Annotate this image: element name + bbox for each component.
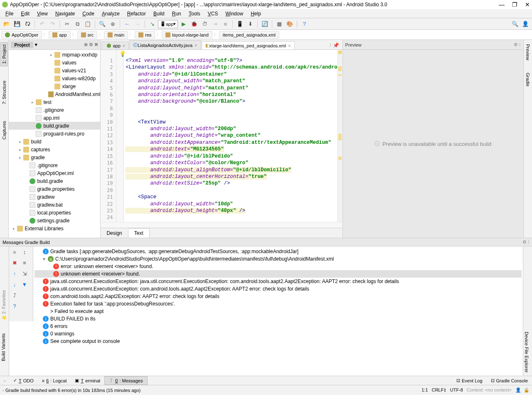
expand-icon[interactable]: ↕ [20,248,29,256]
replace-icon[interactable]: ⊕ [108,20,117,29]
message-line[interactable]: iBUILD FAILED in 8s [34,315,522,323]
menu-tools[interactable]: Tools [185,10,204,17]
lock-icon[interactable]: 🔒 [524,387,530,392]
message-line[interactable]: !Execution failed for task ':app:process… [34,300,522,308]
hector-icon[interactable]: 👤 [515,387,521,392]
help-icon[interactable]: ? [10,302,19,310]
message-line[interactable]: > Failed to execute aapt [34,308,522,315]
crumb-6[interactable]: items_ped_asignados.xml [219,31,279,39]
tab-build-variants[interactable]: Build Variants [0,331,7,363]
tree-item[interactable]: build.gradle [9,177,100,185]
message-line[interactable]: i0 warnings [34,330,522,338]
crumb-4[interactable]: res [135,31,155,39]
open-icon[interactable]: 📂 [2,20,11,29]
tab-captures[interactable]: Captures [1,119,7,142]
tree-item[interactable]: ▸mipmap-xxxhdp [9,51,100,59]
bottom-tab-0-messages[interactable]: ⋮0: Messages [104,376,147,385]
crumb-3[interactable]: main [104,31,128,39]
crumb-2[interactable]: src [77,31,98,39]
bottom-tab-todo[interactable]: ✓TODO [9,376,38,385]
file-encoding[interactable]: UTF-8 [450,387,463,392]
stop-icon[interactable]: ■ [221,20,230,29]
down-icon[interactable]: ↓ [10,280,19,288]
tree-item[interactable]: settings.gradle [9,217,100,224]
menu-view[interactable]: View [34,10,51,17]
sync-icon[interactable]: 🗘 [23,20,32,29]
editor-body[interactable]: 💡 12345678910111213141516171819202122232… [101,50,342,222]
crumb-1[interactable]: app [49,31,70,39]
project-tree[interactable]: ▸mipmap-xxxhdpvaluesvalues-v21values-w82… [9,50,100,238]
make-icon[interactable]: ↘ [148,20,157,29]
intention-bulb-icon[interactable]: 💡 [119,51,126,57]
tab-design[interactable]: Design [101,229,128,238]
message-line[interactable]: !com.android.tools.aapt2.Aapt2Exception:… [34,293,522,300]
message-line[interactable]: !java.util.concurrent.ExecutionException… [34,285,522,293]
tab-structure[interactable]: 7: Structure [1,79,7,106]
message-line[interactable]: i6 errors [34,323,522,330]
profile-icon[interactable]: ⏱ [200,20,209,29]
message-line[interactable]: ▾aC:\Users\programador2\AndroidStudioPro… [34,255,522,263]
tree-item[interactable]: build.gradle [9,122,100,130]
menu-refactor[interactable]: Refactor [124,10,149,17]
editor-tab[interactable]: Ⓒ ListaAsignadosActivity.java× [129,40,201,49]
message-line[interactable]: !java.util.concurrent.ExecutionException… [34,278,522,285]
messages-tree[interactable]: iGradle tasks [:app:generateDebugSources… [33,246,523,376]
menu-window[interactable]: Window [222,10,246,17]
gear-icon[interactable]: ⚙ ⁝ [514,42,521,47]
menu-run[interactable]: Run [169,10,185,17]
maximize-button[interactable]: ❐ [512,1,517,8]
tab-preview[interactable]: Preview [525,42,531,62]
line-separator[interactable]: CRLF [432,387,444,392]
redo-icon[interactable]: ↷ [48,20,57,29]
search-icon[interactable]: 🔍 [510,20,520,29]
menu-analyze[interactable]: Analyze [99,10,123,17]
bottom-tab-6-logcat[interactable]: ≡6: Logcat [38,376,71,385]
tree-item[interactable]: xlarge [9,82,100,90]
bottom-tab-event-log[interactable]: ⊡Event Log [452,377,487,384]
save-icon[interactable]: 💾 [12,20,22,29]
context[interactable]: Context: <no context> [467,387,512,392]
tree-item[interactable]: values-v21 [9,67,100,74]
tab-device-explorer[interactable]: Device File Explorer [523,330,530,375]
run-icon[interactable]: ▶ [179,20,188,29]
debug-icon[interactable]: 🐞 [190,20,199,29]
find-icon[interactable]: 🔍 [98,20,107,29]
undo-icon[interactable]: ↶ [37,20,47,29]
tree-item[interactable]: local.properties [9,209,100,217]
menu-build[interactable]: Build [150,10,168,17]
minimize-button[interactable]: — [499,1,505,8]
tree-item[interactable]: gradlew [9,193,100,201]
close-button[interactable]: ✕ [525,1,530,8]
crumb-0[interactable]: AppOptiOper [1,31,42,39]
tree-item[interactable]: .gitignore [9,161,100,169]
theme-icon[interactable]: 🎨 [285,20,294,29]
tree-item[interactable]: AppOptiOper.iml [9,169,100,177]
tree-item[interactable]: ▸captures [9,145,100,153]
tree-item[interactable]: proguard-rules.pro [9,130,100,138]
tree-item[interactable]: gradlew.bat [9,201,100,209]
collapse-icon[interactable]: ≡ [20,259,29,267]
avd-icon[interactable]: 📱 [235,20,244,29]
sync-gradle-icon[interactable]: 🔄 [260,20,269,29]
tree-item[interactable]: values [9,59,100,67]
error-stripe[interactable] [337,50,342,222]
export-icon[interactable]: ⤴ [10,291,19,299]
stop-icon[interactable]: ■ [10,248,19,256]
h-scrollbar[interactable] [101,222,342,228]
forward-icon[interactable]: → [133,20,142,29]
tree-item[interactable]: .gitignore [9,106,100,114]
tree-item[interactable]: gradle.properties [9,185,100,193]
code-area[interactable]: <?xml version="1.0" encoding="utf-8"?> <… [124,50,337,222]
menu-file[interactable]: File [2,10,17,17]
tab-project[interactable]: 1: Project [0,42,8,66]
sdk-icon[interactable]: ⬇ [246,20,255,29]
tree-item[interactable]: ▸External Libraries [9,224,100,232]
paste-icon[interactable]: 📋 [83,20,92,29]
attach-icon[interactable]: ⇥ [210,20,219,29]
tab-favorites[interactable]: ⭐ 2: Favorites [0,288,7,323]
tree-item[interactable]: AndroidManifest.xml [9,90,100,98]
tree-item[interactable]: values-w820dp [9,74,100,82]
caret-position[interactable]: 1:1 [421,387,428,392]
tab-text[interactable]: Text [128,228,150,238]
cut-icon[interactable]: ✂ [62,20,71,29]
